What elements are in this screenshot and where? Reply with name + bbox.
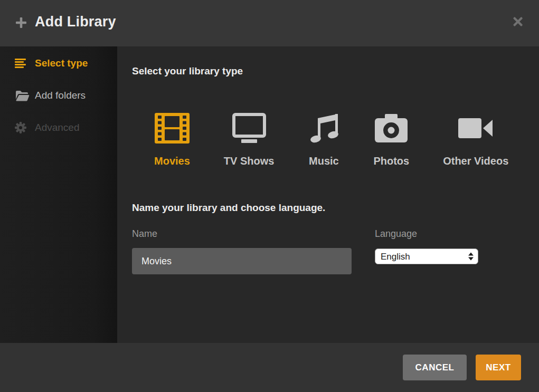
sidebar-item-label: Add folders [35,90,86,101]
library-name-input[interactable] [132,248,352,274]
library-type-label: Photos [373,155,409,167]
library-type-label: Other Videos [443,155,508,167]
library-type-movies[interactable]: Movies [154,112,190,167]
name-field-label: Name [132,228,157,240]
library-type-other-videos[interactable]: Other Videos [443,112,508,167]
wizard-steps-sidebar: Select type Add folders [0,46,117,343]
sidebar-item-select-type[interactable]: Select type [0,53,117,74]
dialog-title: Add Library [35,14,116,30]
folder-open-icon [15,90,31,101]
dialog-footer: CANCEL NEXT [0,343,539,392]
add-library-dialog: Add Library Select type [0,0,539,392]
sidebar-item-advanced: Advanced [0,117,117,138]
tv-icon [232,112,266,144]
language-field-label: Language [375,228,417,240]
library-type-label: Music [309,155,339,167]
list-lines-icon [15,59,31,68]
dialog-header: Add Library [0,0,539,46]
library-type-label: TV Shows [224,155,275,167]
film-strip-icon [155,112,190,144]
plus-icon [15,16,27,31]
library-type-music[interactable]: Music [308,112,339,167]
type-section-heading: Select your library type [132,65,243,77]
library-type-tv-shows[interactable]: TV Shows [224,112,275,167]
close-icon[interactable] [512,15,524,28]
library-type-photos[interactable]: Photos [373,112,409,167]
camera-icon [374,112,408,144]
library-type-row: Movies TV Shows [154,112,508,167]
library-type-label: Movies [154,155,190,167]
cancel-button[interactable]: CANCEL [403,355,467,380]
sidebar-item-label: Advanced [35,122,80,133]
sidebar-item-label: Select type [35,58,88,69]
language-select[interactable]: English [375,248,478,264]
sidebar-item-add-folders[interactable]: Add folders [0,85,117,106]
music-note-icon [308,112,339,144]
gear-icon [15,122,31,133]
video-camera-icon [458,112,494,144]
language-select-wrap: English [375,248,478,264]
next-button[interactable]: NEXT [476,355,521,380]
wizard-content: Select your library type [117,46,539,343]
name-section-heading: Name your library and choose language. [132,202,325,214]
